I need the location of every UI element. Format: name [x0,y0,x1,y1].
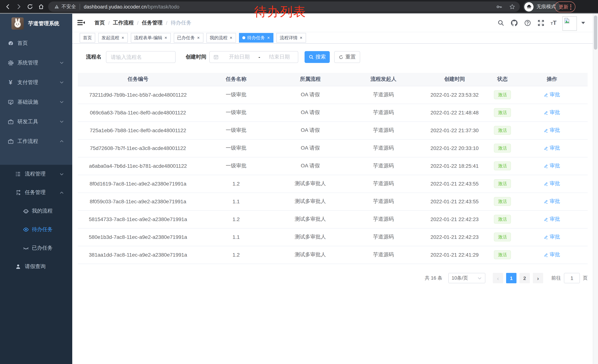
process-name-input[interactable] [106,51,176,63]
sidebar-item-home[interactable]: 首页 [0,33,72,53]
approve-button[interactable]: 审批 [544,145,560,152]
cell-starter: 芋道源码 [346,157,420,175]
sidebar-item-leave-query[interactable]: 请假查询 [0,257,72,276]
date-range-separator: - [258,54,261,60]
cell-action: 审批 [516,193,588,210]
approve-button[interactable]: 审批 [544,109,560,116]
app-title: 芋道管理系统 [28,20,59,27]
fullscreen-icon[interactable] [537,19,545,27]
caret-down-icon[interactable] [581,22,585,24]
page-size-select[interactable]: 10条/页 [448,273,485,283]
cell-task-id: 725a1eb6-7b88-11ec-8ef0-acde48001122 [78,121,198,139]
sidebar-item-done-tasks[interactable]: 已办任务 [0,239,72,257]
col-status: 状态 [489,73,516,86]
breadcrumb-workflow[interactable]: 工作流程 [113,20,134,26]
status-badge: 激活 [494,179,511,188]
search-icon[interactable] [497,19,505,27]
cell-starter: 芋道源码 [346,210,420,228]
tab-done-tasks[interactable]: 已办任务 × [174,33,203,43]
breadcrumb-separator: / [137,20,139,26]
cell-task-name: 一级审批 [198,157,274,175]
cell-action: 审批 [516,175,588,193]
goto-page-input[interactable] [564,273,580,283]
hamburger-icon[interactable] [77,19,85,26]
reload-icon[interactable] [25,1,36,12]
update-button[interactable]: 更新 [555,1,575,12]
table-row: 580e1b3d-7ac8-11ec-a9e2-a2380e71991a 1.1… [78,228,588,246]
font-size-icon[interactable]: TT [551,20,556,26]
security-indicator[interactable]: 不安全 [54,3,76,10]
sidebar-item-devtools[interactable]: 研发工具 [0,112,72,131]
tab-todo-tasks[interactable]: 待办任务 × [239,33,274,43]
search-button[interactable]: 搜索 [305,51,330,63]
close-icon[interactable]: × [121,36,125,40]
tab-my-process[interactable]: 我的流程 × [206,33,236,43]
kebab-menu-icon[interactable] [570,4,571,9]
prev-page-button[interactable]: ‹ [493,273,503,283]
close-icon[interactable]: × [164,36,167,40]
breadcrumb-home[interactable]: 首页 [94,20,105,26]
breadcrumb-current: 待办任务 [171,20,191,26]
tab-home[interactable]: 首页 [80,33,95,43]
col-action: 操作 [516,73,588,86]
sidebar-item-process-management[interactable]: 流程管理 [0,165,72,183]
approve-button[interactable]: 审批 [544,162,560,169]
cell-starter: 芋道源码 [346,246,420,264]
edit-icon [544,128,548,133]
back-icon[interactable] [2,1,13,12]
approve-button[interactable]: 审批 [544,198,560,205]
sidebar-item-infra[interactable]: 基础设施 [0,92,72,112]
refresh-icon [339,55,343,59]
cell-status: 激活 [489,121,516,139]
approve-button[interactable]: 审批 [544,251,560,258]
forward-icon[interactable] [13,1,25,12]
cell-action: 审批 [516,246,588,264]
breadcrumb-task-management[interactable]: 任务管理 [142,20,163,26]
approve-button[interactable]: 审批 [544,216,560,223]
col-task-id: 任务编号 [78,73,198,86]
sidebar-item-payment[interactable]: ¥ 支付管理 [0,73,72,92]
status-badge: 激活 [494,144,511,153]
sidebar-item-workflow[interactable]: 工作流程 [0,131,72,151]
home-icon[interactable] [36,1,47,12]
close-icon[interactable]: × [197,36,200,40]
next-page-button[interactable]: › [533,273,543,283]
table-row: 8f059c03-7ac8-11ec-a9e2-a2380e71991a 1.1… [78,193,588,210]
tab-start-process[interactable]: 发起流程 × [98,33,128,43]
approve-button[interactable]: 审批 [544,91,560,98]
end-date-placeholder: 结束日期 [261,54,298,60]
cell-task-name: 一级审批 [198,86,274,104]
chevron-down-icon [59,60,64,65]
approve-button[interactable]: 审批 [544,180,560,187]
key-icon[interactable] [496,4,502,10]
status-badge: 激活 [494,197,511,206]
close-icon[interactable]: × [299,36,303,40]
scrollbar-thumb[interactable] [594,16,597,50]
question-icon[interactable] [524,19,531,27]
star-icon[interactable] [509,4,515,10]
monitor-check-icon [8,99,14,105]
sidebar-item-my-process[interactable]: 我的流程 [0,202,72,220]
github-icon[interactable] [511,19,518,27]
cell-create-time: 2022-01-22 20:33:10 [420,139,489,157]
close-icon[interactable]: × [229,36,233,40]
reset-button[interactable]: 重置 [334,51,360,63]
edit-icon [544,93,548,97]
avatar[interactable] [562,16,577,31]
tab-process-form-edit[interactable]: 流程表单-编辑 × [131,33,171,43]
tab-process-detail[interactable]: 流程详情 × [276,33,306,43]
col-task-name: 任务名称 [198,73,274,86]
page-button-1[interactable]: 1 [506,273,516,283]
date-range-picker[interactable]: 开始日期 - 结束日期 [209,51,298,63]
close-icon[interactable]: × [267,36,270,40]
sidebar-item-todo-tasks[interactable]: 待办任务 [0,220,72,239]
sidebar-item-task-management[interactable]: 任务管理 [0,183,72,202]
eye-closed-icon [23,245,29,251]
page-button-2[interactable]: 2 [519,273,530,283]
table-row: 381aa1dd-7ac8-11ec-a9e2-a2380e71991a 1.2… [78,246,588,264]
sidebar-item-system[interactable]: 系统管理 [0,53,72,73]
incognito-icon [524,2,533,11]
scrollbar[interactable] [593,14,598,364]
approve-button[interactable]: 审批 [544,127,560,134]
approve-button[interactable]: 审批 [544,234,560,240]
